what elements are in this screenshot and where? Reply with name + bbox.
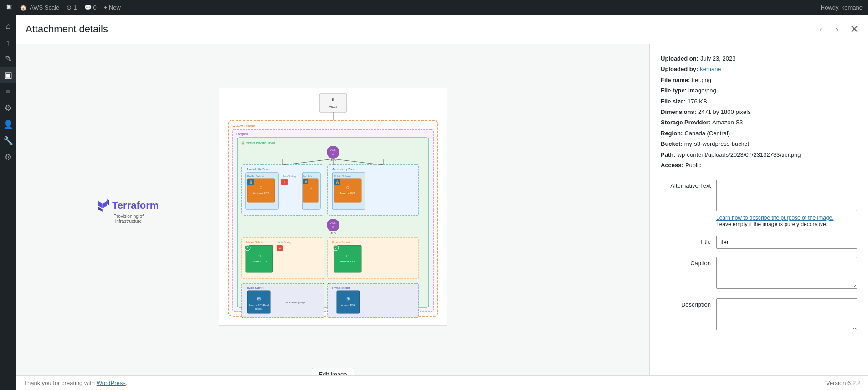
topbar: ✺ 🏠 AWS Scale ⊙ 1 💬 0 + New Howdy, keman… bbox=[0, 0, 868, 15]
comments-notif[interactable]: 💬 0 bbox=[84, 4, 97, 11]
home-icon: 🏠 bbox=[20, 4, 27, 11]
updates-notif[interactable]: ⊙ 1 bbox=[67, 4, 77, 11]
site-name[interactable]: 🏠 AWS Scale bbox=[20, 4, 59, 11]
new-content-button[interactable]: + New bbox=[104, 4, 121, 11]
user-greeting: Howdy, kemane bbox=[821, 4, 863, 11]
comments-icon: 💬 bbox=[84, 4, 92, 11]
wp-logo: ✺ bbox=[5, 2, 12, 12]
updates-icon: ⊙ bbox=[67, 4, 72, 11]
